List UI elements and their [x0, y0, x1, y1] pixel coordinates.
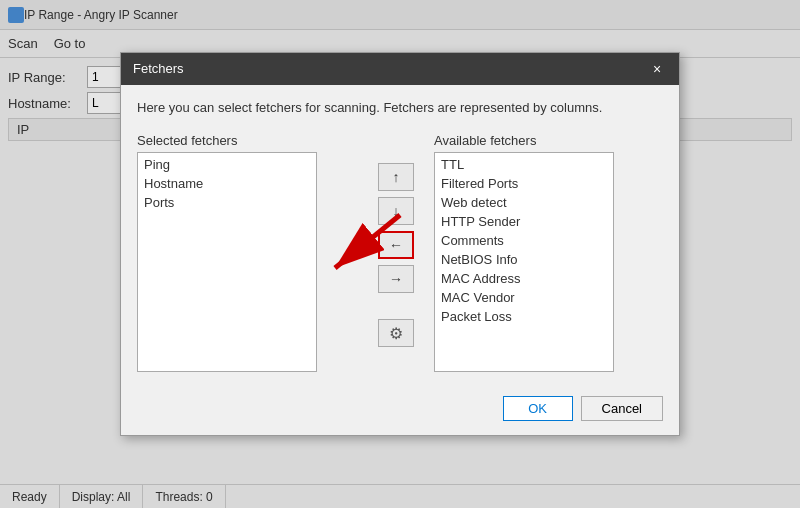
- list-item[interactable]: Comments: [437, 231, 611, 250]
- list-item[interactable]: TTL: [437, 155, 611, 174]
- middle-controls: ↑ ↓ ← → ⚙: [366, 133, 426, 347]
- available-fetchers-list[interactable]: TTL Filtered Ports Web detect HTTP Sende…: [434, 152, 614, 372]
- dialog-titlebar: Fetchers ×: [121, 53, 679, 85]
- selected-fetchers-section: Selected fetchers Ping Hostname Ports: [137, 133, 366, 372]
- list-item[interactable]: Ping: [140, 155, 314, 174]
- dialog-description: Here you can select fetchers for scannin…: [137, 99, 663, 117]
- ok-button[interactable]: OK: [503, 396, 573, 421]
- move-down-button[interactable]: ↓: [378, 197, 414, 225]
- list-item[interactable]: Filtered Ports: [437, 174, 611, 193]
- list-item[interactable]: Ports: [140, 193, 314, 212]
- fetchers-dialog: Fetchers × Here you can select fetchers …: [120, 52, 680, 436]
- dialog-title: Fetchers: [133, 61, 184, 76]
- selected-fetchers-list[interactable]: Ping Hostname Ports: [137, 152, 317, 372]
- list-item[interactable]: HTTP Sender: [437, 212, 611, 231]
- available-fetchers-label: Available fetchers: [434, 133, 663, 148]
- dialog-footer: OK Cancel: [121, 386, 679, 435]
- move-up-button[interactable]: ↑: [378, 163, 414, 191]
- modal-overlay: Fetchers × Here you can select fetchers …: [0, 0, 800, 508]
- move-left-button[interactable]: ←: [378, 231, 414, 259]
- dialog-columns: Selected fetchers Ping Hostname Ports ↑ …: [137, 133, 663, 372]
- list-item[interactable]: NetBIOS Info: [437, 250, 611, 269]
- available-fetchers-section: Available fetchers TTL Filtered Ports We…: [434, 133, 663, 372]
- list-item[interactable]: Packet Loss: [437, 307, 611, 326]
- list-item[interactable]: Web detect: [437, 193, 611, 212]
- cancel-button[interactable]: Cancel: [581, 396, 663, 421]
- gear-button[interactable]: ⚙: [378, 319, 414, 347]
- move-right-button[interactable]: →: [378, 265, 414, 293]
- dialog-body: Here you can select fetchers for scannin…: [121, 85, 679, 386]
- list-item[interactable]: MAC Address: [437, 269, 611, 288]
- list-item[interactable]: Hostname: [140, 174, 314, 193]
- selected-fetchers-label: Selected fetchers: [137, 133, 366, 148]
- list-item[interactable]: MAC Vendor: [437, 288, 611, 307]
- dialog-close-button[interactable]: ×: [647, 59, 667, 79]
